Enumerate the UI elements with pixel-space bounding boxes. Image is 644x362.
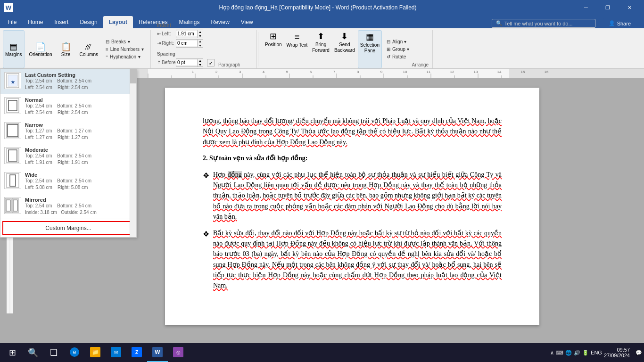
wide-icon (4, 172, 21, 189)
tab-file[interactable]: File (2, 16, 22, 28)
svg-text:6: 6 (310, 70, 312, 74)
left-indent-up[interactable]: ▲ (198, 30, 203, 34)
moderate-text: Moderate Top: 2.54 cm Bottom: 2.54 cm Le… (25, 147, 91, 166)
orientation-button[interactable]: 📄 Orientation (27, 30, 54, 68)
svg-rect-2 (509, 69, 644, 78)
hyphenation-icon: ⁼ (106, 54, 108, 59)
battery-icon: 🔋 (582, 350, 589, 356)
tab-layout[interactable]: Layout (103, 16, 133, 28)
size-icon: 📋 (61, 41, 71, 52)
share-button[interactable]: 👤 Share (603, 18, 636, 28)
divider-2 (258, 32, 258, 66)
extra-app[interactable]: ◎ (168, 343, 189, 362)
tab-review[interactable]: Review (205, 16, 235, 28)
task-view-button[interactable]: ❑ (43, 343, 64, 362)
left-indent-input[interactable] (176, 31, 197, 36)
start-button[interactable]: ⊞ (2, 343, 23, 362)
bullet-1: ❖ Hợp đồng này, cùng với các phụ lục thể… (203, 170, 502, 222)
right-indent-down[interactable]: ▼ (198, 43, 203, 48)
ribbon-tabs: File Home Insert Design Layout Reference… (0, 15, 644, 28)
wrap-text-button[interactable]: ≡ Wrap Text (285, 30, 310, 68)
svg-text:14: 14 (497, 70, 502, 74)
line-numbers-button[interactable]: ≡ Line Numbers ▾ (104, 46, 146, 52)
ribbon: ▤ Margins 📄 Orientation 📋 Size ⫻ Columns (0, 28, 644, 69)
last-custom-text: Last Custom Setting Top: 2.54 cm Bottom:… (25, 78, 91, 91)
hyphenation-button[interactable]: ⁼ Hyphenation ▾ (104, 54, 146, 60)
send-backward-icon: ⬇ (341, 31, 348, 41)
svg-text:◎: ◎ (176, 350, 181, 355)
mail-app[interactable]: ✉ (106, 343, 126, 362)
tell-me-bar[interactable]: 🔍 Tell me what you want to do... (492, 19, 595, 28)
svg-text:9: 9 (380, 70, 383, 74)
line-numbers-icon: ≡ (106, 47, 108, 52)
svg-text:13: 13 (474, 70, 478, 74)
svg-text:7: 7 (333, 70, 336, 74)
size-button[interactable]: 📋 Size (57, 30, 75, 68)
lang-indicator[interactable]: ENG (591, 350, 602, 355)
normal-text: Normal Top: 2.54 cm Bottom: 2.54 cm Left… (25, 97, 91, 116)
paragraph-dialog-button[interactable]: ⤢ (207, 59, 215, 66)
bring-forward-button[interactable]: ⬆ Bring Forward (310, 30, 331, 68)
paragraph-group-label: Paragraph (218, 62, 240, 68)
close-button[interactable]: ✕ (619, 0, 640, 15)
custom-margins-button[interactable]: Custom Margins... (2, 221, 134, 235)
before-up[interactable]: ▲ (198, 58, 203, 63)
svg-text:Z: Z (135, 350, 138, 355)
align-button[interactable]: ⊟ Align ▾ (385, 39, 411, 45)
right-indent-spinbox[interactable]: ▲ ▼ (176, 39, 203, 48)
minimize-button[interactable]: ─ (575, 0, 597, 15)
margins-button[interactable]: ▤ Margins (3, 30, 25, 68)
rotate-button[interactable]: ↺ Rotate (385, 54, 411, 60)
svg-text:2: 2 (215, 70, 218, 74)
main-area: ★ Last Custom Setting Top: 2.54 cm Botto… (0, 78, 644, 351)
svg-text:★: ★ (10, 79, 16, 85)
margin-item-narrow[interactable]: Narrow Top: 1.27 cm Bottom: 1.27 cm Left… (0, 119, 136, 144)
word-app[interactable]: W (147, 343, 168, 362)
margin-item-normal[interactable]: Normal Top: 2.54 cm Bottom: 2.54 cm Left… (0, 94, 136, 119)
tab-design[interactable]: Design (74, 16, 103, 28)
search-icon: 🔍 (496, 20, 503, 26)
tab-insert[interactable]: Insert (49, 16, 74, 28)
scrollbar-thumb[interactable] (130, 78, 137, 83)
margin-item-mirrored[interactable]: Mirrored Top: 2.54 cm Bottom: 2.54 cm In… (0, 194, 136, 219)
svg-text:1: 1 (192, 70, 194, 74)
left-indent-spinbox[interactable]: ▲ ▼ (176, 30, 203, 38)
mirrored-icon (4, 197, 21, 214)
dropdown-scrollbar[interactable] (130, 78, 136, 237)
breaks-button[interactable]: ⊟ Breaks ▾ (104, 39, 146, 45)
right-indent-up[interactable]: ▲ (198, 39, 203, 43)
tab-home[interactable]: Home (22, 16, 49, 28)
explorer-app[interactable]: 📁 (85, 343, 106, 362)
margin-item-wide[interactable]: Wide Top: 2.54 cm Bottom: 2.54 cm Left: … (0, 169, 136, 194)
svg-text:W: W (155, 349, 160, 355)
margin-item-last-custom[interactable]: ★ Last Custom Setting Top: 2.54 cm Botto… (0, 78, 136, 94)
tab-view[interactable]: View (235, 16, 259, 28)
restore-button[interactable]: ❐ (597, 0, 619, 15)
rotate-icon: ↺ (387, 54, 390, 59)
zalo-app[interactable]: Z (126, 343, 147, 362)
spacing-header: Spacing (157, 51, 203, 57)
margin-item-moderate[interactable]: Moderate Top: 2.54 cm Bottom: 2.54 cm Le… (0, 144, 136, 169)
last-custom-icon: ★ (4, 78, 21, 89)
before-spacing-spinbox[interactable]: ▲ ▼ (176, 58, 203, 67)
wrap-text-icon: ≡ (295, 32, 300, 42)
notification-icon[interactable]: 💬 (636, 350, 642, 356)
edge-app[interactable]: e (64, 343, 85, 362)
selection-pane-button[interactable]: ▦ Selection Pane (358, 30, 382, 68)
group-button[interactable]: ⊞ Group ▾ (385, 46, 411, 52)
left-indent-down[interactable]: ▼ (198, 34, 203, 38)
search-button[interactable]: 🔍 (23, 343, 43, 362)
time-display: 09:57 (604, 347, 630, 353)
mirrored-text: Mirrored Top: 2.54 cm Bottom: 2.54 cm In… (25, 197, 97, 216)
date-display: 27/09/2024 (604, 353, 630, 358)
narrow-icon (4, 122, 21, 139)
before-spacing-input[interactable] (176, 60, 197, 65)
right-indent-label: ⇥ Right: (157, 41, 175, 46)
send-backward-button[interactable]: ⬇ Send Backward (332, 30, 357, 68)
position-icon: ⊞ (270, 31, 277, 41)
right-indent-input[interactable] (176, 41, 197, 46)
before-down[interactable]: ▼ (198, 63, 203, 67)
svg-text:✉: ✉ (114, 350, 118, 355)
columns-button[interactable]: ⫻ Columns (78, 30, 100, 68)
position-button[interactable]: ⊞ Position (263, 30, 284, 68)
